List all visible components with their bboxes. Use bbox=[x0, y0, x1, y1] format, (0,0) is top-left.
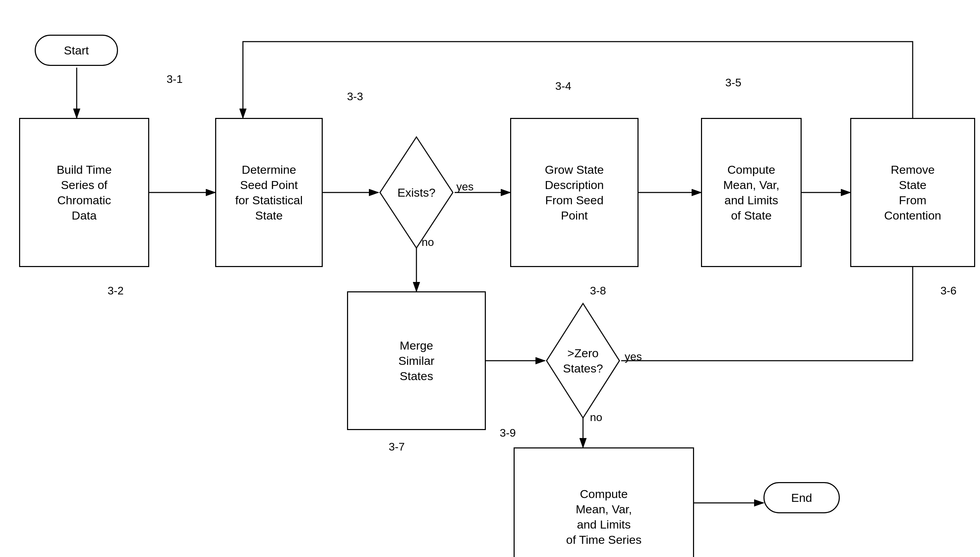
exists-label: Exists? bbox=[397, 185, 435, 200]
merge-similar-node: MergeSimilarStates bbox=[347, 292, 486, 430]
grow-state-label: Grow StateDescriptionFrom SeedPoint bbox=[545, 162, 604, 223]
no-zero-states-label: no bbox=[590, 411, 602, 424]
build-time-series-label: Build TimeSeries ofChromaticData bbox=[57, 162, 112, 223]
build-time-series-node: Build TimeSeries ofChromaticData bbox=[19, 118, 149, 267]
end-label: End bbox=[791, 490, 812, 505]
label-37: 3-7 bbox=[389, 440, 404, 453]
no-exists-label: no bbox=[422, 236, 434, 249]
zero-states-diamond-inner: >ZeroStates? bbox=[545, 302, 621, 420]
start-node: Start bbox=[35, 35, 118, 66]
determine-seed-node: DetermineSeed Pointfor StatisticalState bbox=[215, 118, 323, 267]
merge-similar-label: MergeSimilarStates bbox=[398, 338, 434, 384]
label-31: 3-1 bbox=[166, 73, 183, 86]
zero-states-label: >ZeroStates? bbox=[563, 345, 603, 376]
yes-zero-states-label: yes bbox=[625, 350, 642, 363]
start-label: Start bbox=[64, 43, 89, 58]
label-36: 3-6 bbox=[941, 284, 956, 297]
compute-mean-var-state-node: ComputeMean, Var,and Limitsof State bbox=[701, 118, 802, 267]
remove-state-label: RemoveStateFromContention bbox=[884, 162, 941, 223]
zero-states-diamond-node: >ZeroStates? bbox=[545, 302, 621, 420]
yes-exists-label: yes bbox=[457, 180, 474, 193]
grow-state-node: Grow StateDescriptionFrom SeedPoint bbox=[510, 118, 639, 267]
compute-mean-var-state-label: ComputeMean, Var,and Limitsof State bbox=[723, 162, 779, 223]
compute-time-series-label: ComputeMean, Var,and Limitsof Time Serie… bbox=[566, 486, 641, 548]
label-35: 3-5 bbox=[725, 76, 741, 89]
label-38: 3-8 bbox=[590, 284, 606, 297]
exists-diamond-inner: Exists? bbox=[378, 135, 455, 250]
end-node: End bbox=[763, 482, 840, 513]
compute-time-series-node: ComputeMean, Var,and Limitsof Time Serie… bbox=[514, 448, 694, 557]
arrows-svg bbox=[0, 0, 980, 557]
exists-diamond-node: Exists? bbox=[378, 135, 455, 250]
flowchart-diagram: Start Build TimeSeries ofChromaticData D… bbox=[0, 0, 980, 557]
label-33: 3-3 bbox=[347, 90, 363, 103]
label-34: 3-4 bbox=[555, 80, 571, 93]
label-32: 3-2 bbox=[108, 284, 124, 297]
remove-state-node: RemoveStateFromContention bbox=[850, 118, 975, 267]
determine-seed-label: DetermineSeed Pointfor StatisticalState bbox=[235, 162, 303, 223]
label-39: 3-9 bbox=[500, 427, 516, 440]
